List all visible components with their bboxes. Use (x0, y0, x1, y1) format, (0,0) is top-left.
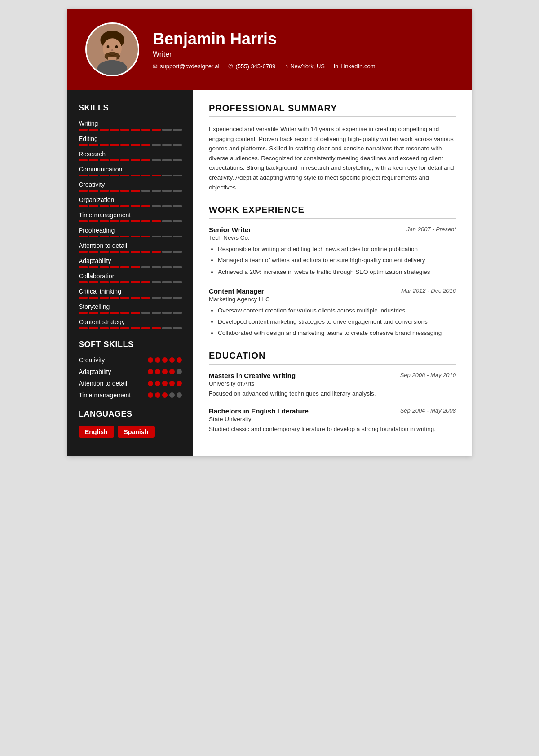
soft-skill-item: Attention to detail (79, 380, 182, 387)
summary-title: PROFESSIONAL SUMMARY (209, 103, 456, 117)
edu-item: Bachelors in English Literature Sep 2004… (209, 407, 456, 434)
edu-school: University of Arts (209, 380, 456, 387)
skill-item: Adaptability (79, 257, 182, 268)
avatar (85, 22, 139, 76)
education-title: EDUCATION (209, 351, 456, 365)
edu-item: Masters in Creative Writing Sep 2008 - M… (209, 372, 456, 398)
dot (177, 369, 182, 374)
dot (169, 381, 175, 386)
skill-item: Editing (79, 135, 182, 146)
edu-dates: Sep 2004 - May 2008 (400, 407, 456, 414)
job-bullet: Managed a team of writers and editors to… (218, 256, 456, 265)
soft-skill-item: Creativity (79, 356, 182, 364)
svg-point-3 (107, 45, 110, 48)
work-title: WORK EXPERIENCE (209, 205, 456, 219)
jobs-list: Senior Writer Jan 2007 - Present Tech Ne… (209, 226, 456, 338)
edu-desc: Studied classic and contemporary literat… (209, 425, 456, 434)
header-contacts: ✉ support@cvdesigner.ai ✆ (555) 345-6789… (153, 63, 375, 70)
header-title: Writer (153, 50, 375, 58)
summary-text: Experienced and versatile Writer with 14… (209, 124, 456, 192)
soft-skills-list: CreativityAdaptabilityAttention to detai… (79, 356, 182, 399)
languages-title: LANGUAGES (79, 409, 182, 419)
dot (177, 392, 182, 398)
skill-item: Content strategy (79, 318, 182, 329)
skill-name: Collaboration (79, 273, 182, 280)
job-dates: Jan 2007 - Present (406, 226, 456, 233)
svg-point-4 (115, 45, 118, 48)
skills-list: WritingEditingResearchCommunicationCreat… (79, 120, 182, 329)
contact-linkedin[interactable]: in LinkedIn.com (334, 63, 375, 70)
skill-name: Communication (79, 166, 182, 173)
dot (148, 369, 153, 374)
edu-desc: Focused on advanced writing techniques a… (209, 389, 456, 398)
svg-point-5 (111, 49, 114, 51)
job-title: Content Manager (209, 287, 264, 295)
soft-skill-name: Adaptability (79, 368, 148, 375)
resume: Benjamin Harris Writer ✉ support@cvdesig… (67, 9, 472, 456)
main-content: PROFESSIONAL SUMMARY Experienced and ver… (193, 90, 472, 456)
dot (148, 392, 153, 398)
skill-item: Communication (79, 166, 182, 176)
job-item: Senior Writer Jan 2007 - Present Tech Ne… (209, 226, 456, 277)
job-bullet: Responsible for writing and editing tech… (218, 245, 456, 254)
dot (148, 381, 153, 386)
job-bullet: Developed content marketing strategies t… (218, 317, 456, 326)
edu-degree: Bachelors in English Literature (209, 407, 309, 415)
dot (169, 357, 175, 363)
skill-item: Research (79, 150, 182, 161)
job-bullet: Oversaw content creation for various cli… (218, 306, 456, 315)
skill-name: Content strategy (79, 318, 182, 325)
job-item: Content Manager Mar 2012 - Dec 2016 Mark… (209, 287, 456, 338)
header-info: Benjamin Harris Writer ✉ support@cvdesig… (153, 30, 375, 70)
skill-item: Attention to detail (79, 242, 182, 253)
contact-email: ✉ support@cvdesigner.ai (153, 63, 219, 70)
skill-item: Organization (79, 196, 182, 207)
skill-item: Storytelling (79, 303, 182, 314)
skill-name: Writing (79, 120, 182, 127)
phone-icon: ✆ (228, 63, 233, 70)
skills-title: SKILLS (79, 103, 182, 113)
job-header: Senior Writer Jan 2007 - Present (209, 226, 456, 233)
language-tag: English (79, 426, 114, 438)
dot (155, 357, 160, 363)
soft-skill-name: Creativity (79, 356, 148, 364)
dot (162, 369, 168, 374)
edu-school: State University (209, 416, 456, 422)
dot (177, 381, 182, 386)
edu-list: Masters in Creative Writing Sep 2008 - M… (209, 372, 456, 434)
edu-degree: Masters in Creative Writing (209, 372, 296, 379)
skill-item: Time management (79, 211, 182, 222)
job-title: Senior Writer (209, 226, 251, 233)
job-bullet: Achieved a 20% increase in website traff… (218, 268, 456, 277)
dot (162, 392, 168, 398)
skill-name: Adaptability (79, 257, 182, 264)
dot (155, 392, 160, 398)
job-bullet: Collaborated with design and marketing t… (218, 329, 456, 338)
languages-list: EnglishSpanish (79, 426, 182, 438)
dot (169, 392, 175, 398)
skill-item: Critical thinking (79, 288, 182, 299)
language-tag: Spanish (118, 426, 155, 438)
skill-name: Attention to detail (79, 242, 182, 249)
location-icon: ⌂ (284, 63, 288, 70)
job-bullets: Responsible for writing and editing tech… (209, 245, 456, 277)
dot (148, 357, 153, 363)
dot (155, 369, 160, 374)
job-bullets: Oversaw content creation for various cli… (209, 306, 456, 338)
dot (162, 381, 168, 386)
soft-skill-item: Adaptability (79, 368, 182, 375)
skill-name: Storytelling (79, 303, 182, 310)
soft-skill-name: Time management (79, 391, 148, 399)
edu-header: Masters in Creative Writing Sep 2008 - M… (209, 372, 456, 379)
sidebar: SKILLS WritingEditingResearchCommunicati… (67, 90, 193, 456)
body: SKILLS WritingEditingResearchCommunicati… (67, 90, 472, 456)
skill-name: Critical thinking (79, 288, 182, 295)
soft-skills-title: SOFT SKILLS (79, 340, 182, 349)
soft-skill-item: Time management (79, 391, 182, 399)
skill-name: Research (79, 150, 182, 158)
skill-item: Proofreading (79, 227, 182, 237)
skill-name: Creativity (79, 181, 182, 188)
edu-dates: Sep 2008 - May 2010 (400, 372, 456, 378)
dot (155, 381, 160, 386)
skill-name: Editing (79, 135, 182, 142)
